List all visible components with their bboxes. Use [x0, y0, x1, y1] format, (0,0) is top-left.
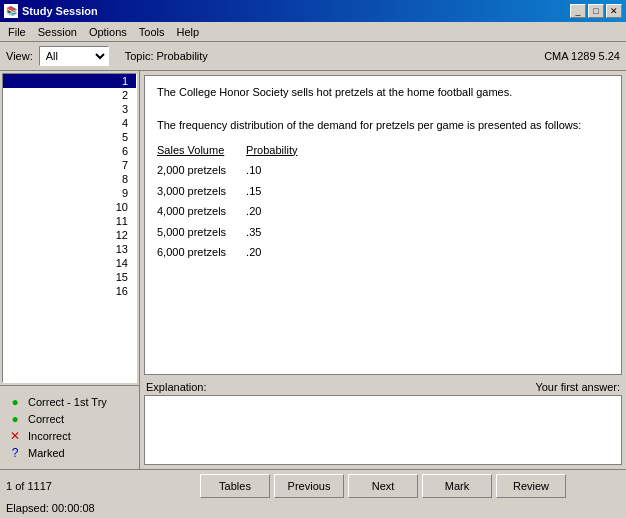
list-item[interactable]: 4 — [3, 116, 136, 130]
mark-button[interactable]: Mark — [422, 474, 492, 498]
legend-incorrect: ✕ Incorrect — [8, 429, 131, 443]
status-row: 1 of 1117 Tables Previous Next Mark Revi… — [6, 474, 620, 498]
list-item[interactable]: 3 — [3, 102, 136, 116]
probability-table: Sales Volume Probability 2,000 pretzels … — [157, 140, 317, 263]
menu-tools[interactable]: Tools — [133, 24, 171, 40]
your-first-answer-label: Your first answer: — [535, 381, 620, 393]
list-item[interactable]: 13 — [3, 242, 136, 256]
legend-marked-label: Marked — [28, 447, 65, 459]
marked-icon: ? — [8, 446, 22, 460]
explanation-header: Explanation: Your first answer: — [140, 379, 626, 395]
nav-buttons: Tables Previous Next Mark Review — [146, 474, 620, 498]
list-item[interactable]: 6 — [3, 144, 136, 158]
tables-button[interactable]: Tables — [200, 474, 270, 498]
view-select[interactable]: All Correct Incorrect Marked — [39, 46, 109, 66]
cell-prob-2: .15 — [246, 181, 317, 202]
list-item[interactable]: 16 — [3, 284, 136, 298]
cma-label: CMA 1289 5.24 — [544, 50, 620, 62]
col-header-sales: Sales Volume — [157, 140, 246, 161]
question-paragraph-2: The frequency distribution of the demand… — [157, 117, 609, 134]
question-panel: The College Honor Society sells hot pret… — [140, 71, 626, 469]
content-area: 1 2 3 4 5 6 7 8 9 10 11 12 13 14 15 16 — [0, 71, 626, 469]
status-count: 1 of 1117 — [6, 480, 146, 492]
cell-sales-1: 2,000 pretzels — [157, 160, 246, 181]
explanation-label: Explanation: — [146, 381, 207, 393]
explanation-text-box — [144, 395, 622, 465]
toolbar: View: All Correct Incorrect Marked Topic… — [0, 42, 626, 71]
list-item[interactable]: 11 — [3, 214, 136, 228]
list-item[interactable]: 9 — [3, 186, 136, 200]
list-item[interactable]: 5 — [3, 130, 136, 144]
cell-prob-3: .20 — [246, 201, 317, 222]
legend-correct-first-try-label: Correct - 1st Try — [28, 396, 107, 408]
question-list-panel: 1 2 3 4 5 6 7 8 9 10 11 12 13 14 15 16 — [0, 71, 140, 469]
table-row: 3,000 pretzels .15 — [157, 181, 317, 202]
legend-marked: ? Marked — [8, 446, 131, 460]
table-row: 4,000 pretzels .20 — [157, 201, 317, 222]
question-count: 1 of 1117 — [6, 480, 146, 492]
cell-prob-4: .35 — [246, 222, 317, 243]
question-table-container: Sales Volume Probability 2,000 pretzels … — [157, 140, 609, 263]
list-item[interactable]: 2 — [3, 88, 136, 102]
title-bar: 📚 Study Session _ □ ✕ — [0, 0, 626, 22]
review-button[interactable]: Review — [496, 474, 566, 498]
list-item[interactable]: 10 — [3, 200, 136, 214]
correct-icon: ● — [8, 412, 22, 426]
question-text-area: The College Honor Society sells hot pret… — [144, 75, 622, 375]
legend-correct-label: Correct — [28, 413, 64, 425]
legend-incorrect-label: Incorrect — [28, 430, 71, 442]
incorrect-icon: ✕ — [8, 429, 22, 443]
elapsed-row: Elapsed: 00:00:08 — [6, 502, 620, 514]
topic-label: Topic: Probability — [125, 50, 538, 62]
cell-sales-2: 3,000 pretzels — [157, 181, 246, 202]
cell-prob-5: .20 — [246, 242, 317, 263]
cell-sales-4: 5,000 pretzels — [157, 222, 246, 243]
menu-file[interactable]: File — [2, 24, 32, 40]
list-item[interactable]: 14 — [3, 256, 136, 270]
maximize-button[interactable]: □ — [588, 4, 604, 18]
menu-session[interactable]: Session — [32, 24, 83, 40]
list-item[interactable]: 7 — [3, 158, 136, 172]
main-content: View: All Correct Incorrect Marked Topic… — [0, 42, 626, 518]
menu-options[interactable]: Options — [83, 24, 133, 40]
close-button[interactable]: ✕ — [606, 4, 622, 18]
elapsed-label: Elapsed: 00:00:08 — [6, 502, 95, 514]
window-controls: _ □ ✕ — [570, 4, 622, 18]
app-icon: 📚 — [4, 4, 18, 18]
cell-sales-3: 4,000 pretzels — [157, 201, 246, 222]
bottom-bar: 1 of 1117 Tables Previous Next Mark Revi… — [0, 469, 626, 518]
window-title: Study Session — [22, 5, 98, 17]
col-header-prob: Probability — [246, 140, 317, 161]
cell-prob-1: .10 — [246, 160, 317, 181]
menu-bar: File Session Options Tools Help — [0, 22, 626, 42]
table-row: 5,000 pretzels .35 — [157, 222, 317, 243]
menu-help[interactable]: Help — [170, 24, 205, 40]
cell-sales-5: 6,000 pretzels — [157, 242, 246, 263]
next-button[interactable]: Next — [348, 474, 418, 498]
minimize-button[interactable]: _ — [570, 4, 586, 18]
question-paragraph-1: The College Honor Society sells hot pret… — [157, 84, 609, 101]
question-list-scroll[interactable]: 1 2 3 4 5 6 7 8 9 10 11 12 13 14 15 16 — [2, 73, 137, 383]
table-row: 6,000 pretzels .20 — [157, 242, 317, 263]
previous-button[interactable]: Previous — [274, 474, 344, 498]
explanation-area: Explanation: Your first answer: — [140, 379, 626, 469]
table-row: 2,000 pretzels .10 — [157, 160, 317, 181]
view-label: View: — [6, 50, 33, 62]
legend-correct: ● Correct — [8, 412, 131, 426]
list-item[interactable]: 8 — [3, 172, 136, 186]
list-item[interactable]: 12 — [3, 228, 136, 242]
list-item[interactable]: 15 — [3, 270, 136, 284]
list-item[interactable]: 1 — [3, 74, 136, 88]
legend: ● Correct - 1st Try ● Correct ✕ Incorrec… — [0, 385, 139, 469]
legend-correct-first-try: ● Correct - 1st Try — [8, 395, 131, 409]
correct-first-try-icon: ● — [8, 395, 22, 409]
